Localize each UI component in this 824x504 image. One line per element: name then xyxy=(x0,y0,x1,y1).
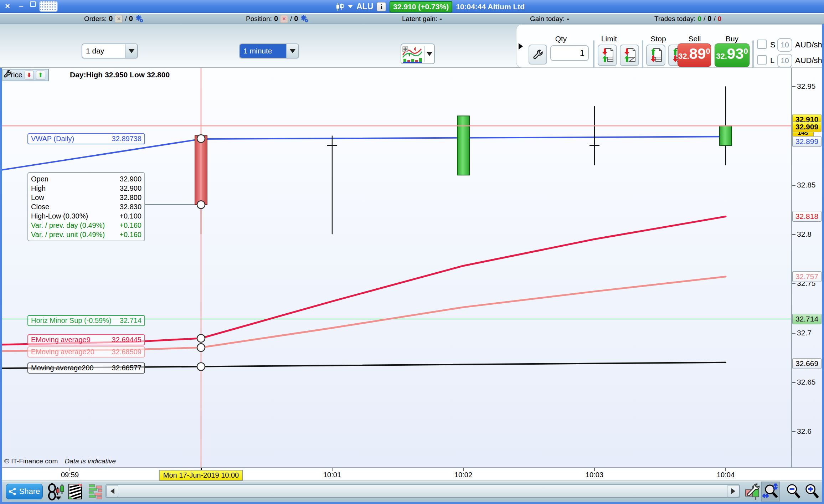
gain-today-stat: Gain today: - xyxy=(530,14,569,24)
info-row-value: +0.160 xyxy=(119,221,141,230)
stop-order-button[interactable] xyxy=(646,45,665,66)
collapse-panel-icon[interactable] xyxy=(519,43,523,50)
y-axis-badge[interactable]: 32.909 xyxy=(792,122,822,132)
sell-button[interactable]: 32.890 xyxy=(678,43,711,67)
orders-label: Orders: xyxy=(84,15,107,23)
info-icon[interactable]: i xyxy=(377,2,386,11)
range-dropdown[interactable]: 1 day xyxy=(82,43,138,58)
buy-button[interactable]: 32.930 xyxy=(715,43,750,67)
vwap-label-box[interactable]: VWAP (Daily) 32.89738 xyxy=(27,133,145,144)
price-axis[interactable]: 32.9532.8532.832.7532.732.6532.632.91014… xyxy=(791,68,822,467)
chart-type-button[interactable] xyxy=(401,43,435,64)
ema9-label-box[interactable]: EMoving average9 32.69445 xyxy=(27,334,145,345)
limit-order-edit-button[interactable] xyxy=(620,45,639,66)
price-chart[interactable]: Price ⬇ ⬆ Day:High 32.950 Low 32.800 VWA… xyxy=(0,68,824,467)
info-row-value: 32.900 xyxy=(120,174,141,184)
info-row-value: 32.800 xyxy=(120,193,141,202)
gear-icon[interactable] xyxy=(300,14,309,24)
chevron-down-icon[interactable] xyxy=(427,52,432,56)
ema20-value: 32.68509 xyxy=(112,348,141,356)
s-value-input[interactable]: 10 xyxy=(777,38,792,52)
ema9-value: 32.69445 xyxy=(112,336,141,344)
y-tick-label: 32.6 xyxy=(797,427,812,436)
titlebar: × − ALU i 32.910 (+0.73%) 10:04:44 Altiu… xyxy=(0,0,824,13)
selection-handle[interactable] xyxy=(197,201,205,209)
ma200-value: 32.66577 xyxy=(112,364,141,372)
move-pane-down-button[interactable]: ⬇ xyxy=(25,71,34,80)
stop-checkbox[interactable] xyxy=(757,40,767,49)
maximize-icon[interactable] xyxy=(30,1,36,7)
chart-settings-icon[interactable] xyxy=(745,483,761,500)
y-axis-badge[interactable]: 32.757 xyxy=(792,271,822,282)
zoom-fit-icon xyxy=(762,483,779,500)
position-open-count: 0 xyxy=(274,15,278,23)
y-axis-badge[interactable]: 32.714 xyxy=(792,314,822,324)
ohlc-info-box: Open32.900High32.900Low32.800Close32.830… xyxy=(27,172,145,241)
y-tick-label: 32.95 xyxy=(797,82,816,91)
selection-handle[interactable] xyxy=(197,135,205,143)
support-value: 32.714 xyxy=(120,317,141,325)
y-tick-label: 32.8 xyxy=(797,230,812,238)
chart-canvas[interactable] xyxy=(0,68,824,467)
company-name: Altium Ltd xyxy=(488,2,525,11)
keyboard-icon[interactable] xyxy=(40,1,57,11)
zoom-out-button[interactable] xyxy=(784,482,803,502)
y-axis-badge[interactable]: 32.669 xyxy=(792,358,822,369)
order-settings-button[interactable] xyxy=(529,45,547,65)
qty-input[interactable]: 1 xyxy=(550,45,589,61)
l-value-input[interactable]: 10 xyxy=(777,54,792,67)
limit-checkbox[interactable] xyxy=(757,55,767,65)
order-panel: Qty 1 Limit Stop xyxy=(516,24,822,68)
cancel-orders-icon[interactable]: × xyxy=(115,15,123,23)
zoom-in-button[interactable] xyxy=(803,482,821,502)
wrench-icon[interactable] xyxy=(3,70,12,78)
support-label-box[interactable]: Horiz Minor Sup (-0.59%) 32.714 xyxy=(27,315,145,326)
instrument-symbol[interactable]: ALU xyxy=(356,2,373,11)
trades-today-label: Trades today: xyxy=(654,15,695,23)
stop-order-icon xyxy=(649,48,662,63)
link-instrument-icon[interactable] xyxy=(47,483,66,502)
sell-price-main: 89 xyxy=(689,47,706,61)
minimize-icon[interactable]: − xyxy=(19,1,24,11)
position-label: Position: xyxy=(246,15,272,23)
move-pane-up-button[interactable]: ⬆ xyxy=(36,71,45,80)
close-icon[interactable]: × xyxy=(5,1,10,11)
trades-total: 0 xyxy=(707,15,711,23)
candle-body[interactable] xyxy=(720,126,732,145)
scroll-right-button[interactable] xyxy=(727,485,739,497)
limit-order-button[interactable] xyxy=(598,45,617,66)
sell-label: Sell xyxy=(688,35,701,43)
selection-handle[interactable] xyxy=(197,334,205,342)
news-icon[interactable] xyxy=(68,484,82,499)
ma200-label-box[interactable]: Moving average200 32.66577 xyxy=(27,362,145,374)
chevron-down-icon[interactable] xyxy=(125,44,137,58)
share-button[interactable]: Share xyxy=(6,484,43,499)
zoom-in-icon xyxy=(804,483,820,500)
selection-handle[interactable] xyxy=(197,362,205,370)
instrument-dropdown-icon[interactable] xyxy=(348,5,353,8)
wrench-icon xyxy=(532,49,543,60)
x-tick-label: 09:59 xyxy=(61,471,79,479)
selection-handle[interactable] xyxy=(197,344,205,351)
info-row: Open32.900 xyxy=(31,174,141,184)
position-stat: Position: 0 × / 0 xyxy=(246,14,309,24)
ema20-label-box[interactable]: EMoving average20 32.68509 xyxy=(27,346,145,358)
s-label: S xyxy=(770,40,776,50)
buy-label: Buy xyxy=(726,35,738,43)
chart-scrollbar[interactable] xyxy=(105,484,740,498)
y-axis-badge[interactable]: 32.899 xyxy=(792,136,822,147)
zoom-fit-button[interactable] xyxy=(761,482,780,502)
interval-dropdown[interactable]: 1 minute xyxy=(239,43,299,58)
info-row-label: Low xyxy=(31,193,44,202)
y-axis-badge[interactable]: 32.818 xyxy=(792,211,822,222)
market-depth-icon[interactable] xyxy=(88,484,103,499)
info-row-label: Var. / prev. unit (0.49%) xyxy=(31,230,105,239)
orders-pending-count: 0 xyxy=(129,15,133,23)
time-axis[interactable]: 09:5910:0110:0210:0310:04Mon 17-Jun-2019… xyxy=(0,467,824,480)
gear-icon[interactable] xyxy=(135,14,144,24)
scroll-left-button[interactable] xyxy=(106,485,118,497)
close-position-icon[interactable]: × xyxy=(280,15,288,23)
chevron-down-icon[interactable] xyxy=(286,44,298,58)
candle-body[interactable] xyxy=(457,116,469,175)
info-row: High-Low (0.30%)+0.100 xyxy=(31,211,141,221)
